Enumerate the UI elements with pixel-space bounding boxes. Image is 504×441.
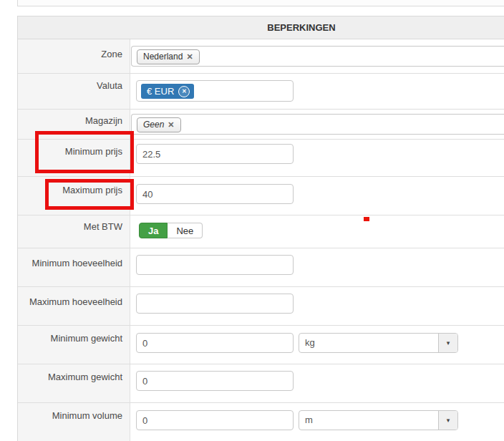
minimum-volume-input[interactable]	[136, 410, 294, 430]
beperkingen-panel: BEPERKINGEN Zone Nederland✕ Valuta € EUR…	[17, 16, 504, 441]
form-row-minimum-volume: Minimum volume m ▾	[18, 402, 504, 441]
maximum-hoeveelheid-input[interactable]	[136, 294, 294, 314]
form-row-met-btw: Met BTW Ja Nee	[18, 215, 504, 248]
remove-tag-icon[interactable]: ✕	[168, 120, 174, 129]
selected-unit: m	[305, 415, 313, 425]
magazijn-tags-input[interactable]: Geen✕	[131, 114, 504, 135]
zone-tags-input[interactable]: Nederland✕	[131, 46, 504, 67]
maximum-gewicht-label: Maximum gewicht	[48, 372, 122, 383]
zone-label: Zone	[101, 49, 122, 60]
valuta-tags-input[interactable]: € EUR✕	[136, 80, 294, 102]
remove-tag-icon[interactable]: ✕	[186, 52, 193, 61]
toggle-nee-button[interactable]: Nee	[168, 223, 203, 238]
gewicht-unit-select[interactable]: kg ▾	[299, 333, 458, 353]
toggle-ja-button[interactable]: Ja	[139, 223, 168, 238]
previous-panel-bottom	[17, 0, 504, 6]
panel-title: BEPERKINGEN	[18, 16, 504, 39]
magazijn-label: Magazijn	[85, 115, 122, 127]
zone-tag: Nederland✕	[137, 49, 200, 64]
met-btw-label: Met BTW	[84, 221, 122, 233]
form-row-minimum-hoeveelheid: Minimum hoeveelheid	[18, 248, 504, 286]
minimum-hoeveelheid-input[interactable]	[136, 255, 294, 275]
annotation-rectangle-maximum-prijs	[45, 179, 134, 210]
remove-currency-icon[interactable]: ✕	[178, 86, 190, 97]
minimum-prijs-input[interactable]	[136, 144, 294, 164]
maximum-gewicht-input[interactable]	[136, 371, 294, 391]
form-row-zone: Zone Nederland✕	[18, 39, 504, 73]
maximum-hoeveelheid-label: Maximum hoeveelheid	[29, 296, 122, 308]
form-row-valuta: Valuta € EUR✕	[18, 73, 504, 109]
valuta-label: Valuta	[97, 80, 122, 92]
minimum-hoeveelheid-label: Minimum hoeveelheid	[32, 258, 122, 269]
minimum-gewicht-label: Minimum gewicht	[51, 333, 122, 344]
chevron-down-icon: ▾	[447, 340, 450, 346]
form-row-maximum-gewicht: Maximum gewicht	[18, 364, 504, 402]
form-row-maximum-hoeveelheid: Maximum hoeveelheid	[18, 286, 504, 325]
select-arrow-button[interactable]: ▾	[438, 411, 457, 430]
form-row-minimum-gewicht: Minimum gewicht kg ▾	[18, 325, 504, 364]
met-btw-toggle: Ja Nee	[139, 223, 203, 238]
volume-unit-select[interactable]: m ▾	[299, 410, 458, 430]
annotation-red-dot	[364, 217, 369, 221]
minimum-gewicht-input[interactable]	[136, 333, 294, 353]
chevron-down-icon: ▾	[447, 417, 450, 424]
currency-tag: € EUR✕	[141, 84, 194, 99]
minimum-volume-label: Minimum volume	[52, 410, 122, 422]
select-arrow-button[interactable]: ▾	[438, 334, 457, 352]
selected-unit: kg	[305, 337, 315, 348]
magazijn-tag: Geen✕	[137, 117, 181, 132]
annotation-rectangle-minimum-prijs	[35, 131, 134, 173]
maximum-prijs-input[interactable]	[136, 184, 294, 204]
